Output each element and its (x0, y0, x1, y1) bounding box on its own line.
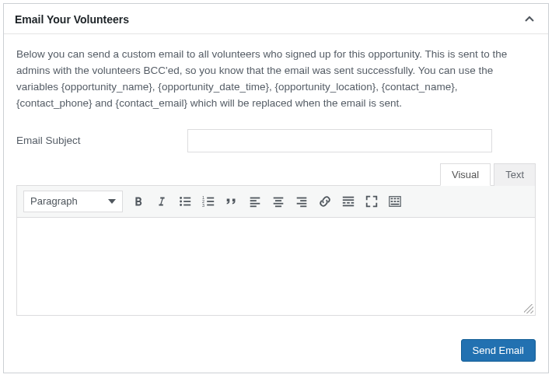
insert-more-icon[interactable] (341, 194, 356, 209)
editor: Visual Text Paragraph 123 (16, 163, 536, 316)
editor-content[interactable] (16, 218, 536, 316)
svg-rect-30 (343, 205, 354, 206)
svg-rect-14 (250, 200, 257, 201)
blockquote-icon[interactable] (224, 194, 239, 209)
editor-toolbar: Paragraph 123 (16, 185, 536, 218)
svg-rect-32 (391, 198, 393, 199)
tab-visual[interactable]: Visual (440, 163, 491, 186)
panel-header[interactable]: Email Your Volunteers (4, 4, 548, 34)
subject-input[interactable] (187, 129, 492, 152)
svg-rect-23 (297, 202, 307, 204)
svg-rect-25 (343, 196, 354, 198)
svg-rect-20 (275, 205, 281, 207)
svg-rect-34 (397, 198, 400, 199)
svg-point-2 (180, 200, 182, 202)
svg-rect-16 (250, 205, 257, 207)
svg-rect-24 (300, 205, 306, 207)
svg-rect-11 (207, 201, 214, 202)
svg-rect-27 (343, 202, 346, 204)
tab-text[interactable]: Text (494, 163, 536, 186)
subject-label: Email Subject (16, 135, 187, 146)
svg-text:3: 3 (202, 203, 204, 208)
svg-rect-36 (394, 201, 397, 202)
svg-rect-19 (274, 202, 284, 204)
fullscreen-icon[interactable] (364, 194, 379, 209)
svg-rect-12 (207, 204, 214, 205)
svg-rect-28 (347, 202, 350, 204)
svg-rect-13 (250, 197, 260, 198)
svg-point-1 (180, 197, 182, 199)
subject-row: Email Subject (16, 129, 536, 152)
panel-title: Email Your Volunteers (15, 13, 129, 26)
svg-rect-33 (394, 198, 397, 199)
svg-rect-35 (391, 201, 393, 202)
svg-rect-15 (250, 202, 260, 204)
svg-rect-26 (343, 199, 354, 201)
align-right-icon[interactable] (294, 194, 309, 209)
svg-rect-17 (274, 197, 284, 198)
link-icon[interactable] (317, 194, 333, 209)
svg-rect-5 (183, 201, 190, 202)
align-center-icon[interactable] (271, 194, 286, 209)
numbered-list-icon[interactable]: 123 (201, 194, 216, 209)
toolbar-toggle-icon[interactable] (387, 194, 403, 209)
svg-marker-0 (108, 199, 116, 204)
svg-rect-38 (391, 203, 400, 205)
svg-point-3 (180, 204, 182, 206)
send-email-button[interactable]: Send Email (461, 339, 536, 362)
bullet-list-icon[interactable] (177, 194, 193, 209)
svg-rect-10 (207, 197, 214, 198)
svg-rect-6 (183, 204, 190, 205)
format-selected: Paragraph (30, 195, 78, 207)
svg-rect-29 (351, 202, 355, 204)
svg-rect-18 (275, 200, 281, 201)
bold-icon[interactable] (131, 194, 146, 209)
panel-footer: Send Email (4, 328, 548, 373)
svg-rect-21 (297, 197, 307, 198)
svg-rect-22 (300, 200, 306, 201)
editor-tabs: Visual Text (16, 163, 536, 186)
align-left-icon[interactable] (247, 194, 263, 209)
format-select[interactable]: Paragraph (23, 191, 123, 212)
panel-body: Below you can send a custom email to all… (4, 34, 548, 328)
italic-icon[interactable] (154, 194, 169, 209)
svg-rect-37 (397, 201, 400, 202)
intro-text: Below you can send a custom email to all… (16, 47, 536, 112)
svg-rect-4 (183, 197, 190, 198)
collapse-icon[interactable] (522, 12, 537, 27)
